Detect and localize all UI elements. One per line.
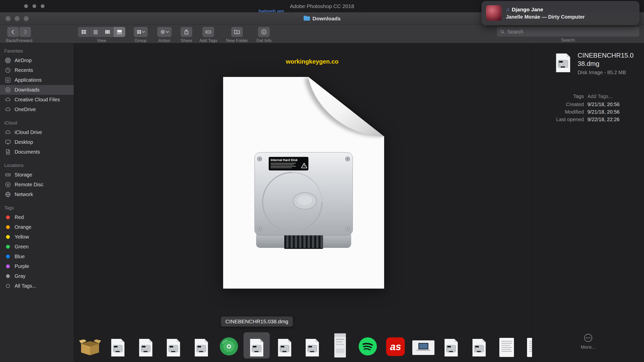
- notification-subtitle: Janelle Monáe — Dirty Computer: [506, 14, 585, 20]
- toolbar: Back/Forward View: [0, 25, 644, 43]
- last-opened-label: Last opened: [532, 117, 584, 122]
- sidebar-item-onedrive[interactable]: OneDrive: [0, 105, 74, 114]
- more-actions[interactable]: More...: [532, 333, 644, 350]
- view-columns-button[interactable]: [102, 27, 113, 37]
- gallery-item-disc-green[interactable]: [216, 332, 242, 358]
- view-icons-button[interactable]: [78, 27, 90, 37]
- dmg-file-icon: [249, 338, 264, 357]
- gallery-item-dmg[interactable]: [299, 332, 325, 358]
- hdd-warning-label: Internal Hard Disk: [269, 157, 308, 170]
- info-kind-size: Disk Image - 85.2 MB: [578, 70, 626, 75]
- sidebar-item-icloud-drive[interactable]: iCloud Drive: [0, 127, 74, 137]
- sidebar-item-documents[interactable]: Documents: [0, 147, 74, 157]
- gallery-item-dmg[interactable]: [160, 332, 186, 358]
- sidebar-item-label: Creative Cloud Files: [15, 97, 60, 103]
- document-thumbnail: [527, 338, 532, 357]
- gallery-item-dmg[interactable]: [438, 332, 464, 358]
- add-tags-field[interactable]: Add Tags...: [587, 94, 644, 99]
- gallery-item-dmg[interactable]: [133, 332, 159, 358]
- back-forward-group: Back/Forward: [7, 27, 31, 43]
- green-disc-icon: [219, 337, 238, 356]
- sidebar-section-heading: Locations: [0, 157, 74, 170]
- gallery-item-doc[interactable]: [521, 332, 532, 358]
- gallery-item-dmg[interactable]: [466, 332, 492, 358]
- recents-icon: [4, 67, 11, 73]
- gallery-item-macbook[interactable]: [410, 332, 436, 358]
- info-icon: [261, 29, 267, 35]
- sidebar-item-gray[interactable]: Gray: [0, 271, 74, 281]
- sidebar-item-all-tags[interactable]: All Tags...: [0, 281, 74, 291]
- dmg-file-icon: [277, 338, 292, 357]
- sidebar-item-airdrop[interactable]: AirDrop: [0, 56, 74, 65]
- forward-button[interactable]: [19, 27, 31, 37]
- svg-text:Internal Hard Disk: Internal Hard Disk: [271, 158, 298, 162]
- cloud-icon: [4, 97, 11, 103]
- sidebar-item-label: OneDrive: [15, 107, 36, 112]
- package-icon: [79, 339, 101, 356]
- window-title: Downloads: [312, 16, 341, 22]
- share-button[interactable]: [181, 27, 192, 37]
- sidebar-item-downloads[interactable]: Downloads: [0, 85, 74, 95]
- sidebar-item-recents[interactable]: Recents: [0, 65, 74, 75]
- sidebar-item-remote-disc[interactable]: Remote Disc: [0, 180, 74, 190]
- sidebar-item-red[interactable]: Red: [0, 212, 74, 222]
- keygen-watermark-text: workingkeygen.co: [286, 58, 338, 65]
- last-opened-value: 9/22/18, 22:26: [587, 117, 644, 122]
- sidebar-item-network[interactable]: Network: [0, 190, 74, 199]
- preview-info-panel: CINEBENCHR15.038.dmg Disk Image - 85.2 M…: [532, 43, 644, 362]
- view-list-button[interactable]: [90, 27, 102, 37]
- gallery-item-dmg[interactable]: [271, 332, 298, 358]
- music-note-icon: ♫: [506, 7, 509, 12]
- music-notification[interactable]: ♫ Django Jane Janelle Monáe — Dirty Comp…: [481, 1, 639, 25]
- spotify-icon: [358, 337, 377, 356]
- search-field[interactable]: [497, 27, 639, 36]
- sidebar-item-purple[interactable]: Purple: [0, 261, 74, 271]
- sidebar-item-blue[interactable]: Blue: [0, 252, 74, 261]
- sidebar-item-label: Recents: [15, 67, 33, 73]
- gallery-item-dmg[interactable]: [105, 332, 131, 358]
- notification-title: Django Jane: [512, 7, 543, 13]
- window-content: FavoritesAirDropRecentsAApplicationsDown…: [0, 43, 644, 362]
- view-label: View: [97, 38, 106, 43]
- sidebar-item-desktop[interactable]: Desktop: [0, 137, 74, 147]
- modified-value: 9/21/18, 20:56: [587, 109, 644, 115]
- sidebar-item-storage[interactable]: Storage: [0, 170, 74, 180]
- gallery-item-screenshot[interactable]: [327, 332, 353, 358]
- sidebar-item-label: AirDrop: [15, 58, 32, 63]
- ellipsis-circle-icon: [583, 333, 593, 343]
- dmg-file-icon: [166, 338, 181, 357]
- info-row-last-opened: Last opened 9/22/18, 22:26: [532, 116, 644, 123]
- gallery-item-dmg[interactable]: [188, 332, 214, 358]
- add-tags-label: Add Tags: [199, 38, 217, 43]
- sidebar-item-orange[interactable]: Orange: [0, 222, 74, 232]
- sidebar-item-green[interactable]: Green: [0, 242, 74, 252]
- info-row-created: Created 9/21/18, 20:56: [532, 101, 644, 108]
- sidebar-item-label: Gray: [15, 273, 25, 279]
- add-tags-button[interactable]: [203, 27, 214, 37]
- gallery-item-package[interactable]: [77, 332, 103, 358]
- sidebar-item-label: Desktop: [15, 139, 33, 145]
- gallery-item-dmg-selected[interactable]: [244, 332, 270, 358]
- gallery-item-lastfm[interactable]: as: [382, 332, 409, 358]
- group-label: Group: [135, 38, 146, 43]
- downloads-icon: [4, 87, 11, 93]
- group-button[interactable]: [134, 27, 148, 37]
- gallery-strip: as: [74, 331, 532, 358]
- add-tags-control: Add Tags: [201, 27, 216, 43]
- get-info-button[interactable]: [258, 27, 270, 37]
- back-button[interactable]: [7, 27, 19, 37]
- gallery-item-spotify[interactable]: [355, 332, 381, 358]
- gallery-item-doc[interactable]: [494, 332, 520, 358]
- sidebar-item-label: Downloads: [15, 87, 39, 93]
- new-folder-button[interactable]: [231, 27, 243, 37]
- dmg-file-icon: [110, 338, 125, 357]
- sidebar-item-applications[interactable]: AApplications: [0, 75, 74, 85]
- action-button[interactable]: [157, 27, 172, 37]
- sidebar-item-creative-cloud-files[interactable]: Creative Cloud Files: [0, 95, 74, 105]
- document-thumbnail: [499, 338, 514, 357]
- all-tags-icon: [4, 283, 11, 289]
- share-label: Share: [181, 38, 192, 43]
- view-gallery-button[interactable]: [113, 27, 125, 37]
- search-input[interactable]: [507, 29, 636, 35]
- sidebar-item-yellow[interactable]: Yellow: [0, 232, 74, 242]
